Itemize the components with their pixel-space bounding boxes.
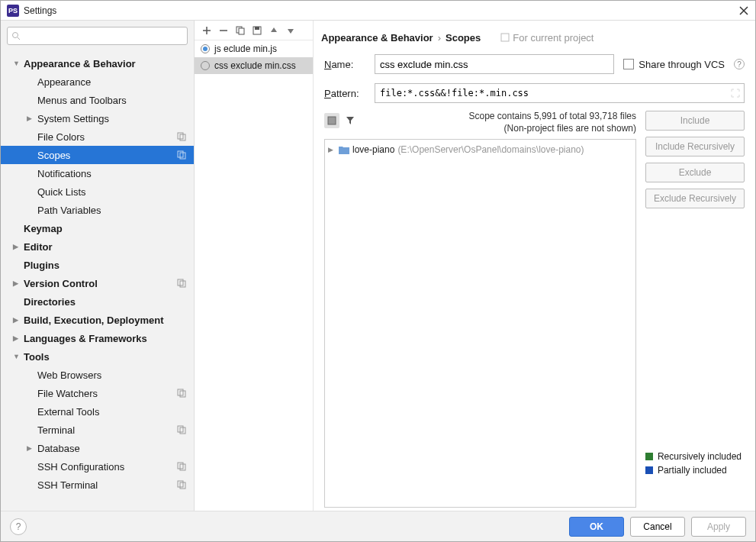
sidebar-item-label: Notifications [37, 168, 92, 179]
chevron-right-icon: ▶ [27, 115, 32, 122]
share-vcs-checkbox[interactable]: Share through VCS [623, 59, 725, 70]
scopes-panel: js eclude min.jscss exclude min.css [195, 21, 314, 511]
sidebar-item-label: System Settings [37, 113, 109, 124]
svg-rect-20 [328, 117, 336, 124]
chevron-right-icon: ▶ [13, 316, 18, 324]
sidebar-item-quick-lists[interactable]: Quick Lists [1, 182, 194, 201]
sidebar-item-label: Scopes [37, 150, 70, 161]
sidebar-item-system-settings[interactable]: ▶System Settings [1, 109, 194, 127]
pattern-input[interactable] [375, 83, 745, 103]
cancel-button[interactable]: Cancel [630, 517, 685, 537]
settings-sidebar: ▼Appearance & BehaviorAppearanceMenus an… [1, 21, 195, 511]
expand-icon[interactable] [731, 89, 740, 98]
search-icon [11, 31, 21, 40]
apply-button[interactable]: Apply [691, 517, 746, 537]
sidebar-item-file-colors[interactable]: File Colors [1, 127, 194, 146]
legend-label: Partially included [658, 465, 727, 476]
scopes-list: js eclude min.jscss exclude min.css [195, 40, 313, 511]
sidebar-item-label: File Colors [37, 131, 85, 143]
include-button[interactable]: Include [645, 111, 745, 131]
sidebar-item-plugins[interactable]: Plugins [1, 256, 194, 274]
sidebar-item-appearance[interactable]: Appearance [1, 73, 194, 91]
file-tree[interactable]: ▶ love-piano (E:\OpenServer\OsPanel\doma… [324, 139, 636, 508]
sidebar-item-label: Terminal [37, 424, 75, 436]
legend-swatch-partial [645, 466, 653, 474]
add-button[interactable] [199, 23, 214, 38]
sidebar-item-tools[interactable]: ▼Tools [1, 347, 194, 366]
project-badge-icon [177, 425, 186, 434]
sidebar-item-version-control[interactable]: ▶Version Control [1, 274, 194, 292]
sidebar-item-label: Menus and Toolbars [37, 95, 127, 106]
titlebar: PS Settings [1, 1, 755, 21]
sidebar-item-keymap[interactable]: Keymap [1, 219, 194, 237]
sidebar-item-build-execution-deployment[interactable]: ▶Build, Execution, Deployment [1, 311, 194, 329]
filter-button[interactable] [343, 113, 358, 128]
tree-root[interactable]: ▶ love-piano (E:\OpenServer\OsPanel\doma… [328, 143, 632, 156]
sidebar-item-database[interactable]: ▶Database [1, 439, 194, 457]
help-icon[interactable]: ? [734, 59, 745, 69]
project-badge-icon [177, 462, 186, 471]
sidebar-item-scopes[interactable]: Scopes [1, 146, 194, 164]
scope-list-item[interactable]: css exclude min.css [195, 57, 313, 74]
remove-button[interactable] [216, 23, 231, 38]
legend-swatch-recursive [645, 453, 653, 460]
exclude-recursively-button[interactable]: Exclude Recursively [645, 189, 745, 208]
dialog-footer: ? OK Cancel Apply [1, 511, 755, 541]
sidebar-item-appearance-behavior[interactable]: ▼Appearance & Behavior [1, 54, 194, 73]
sidebar-item-label: Languages & Frameworks [24, 333, 147, 344]
chevron-down-icon: ▼ [13, 60, 20, 67]
sidebar-item-file-watchers[interactable]: File Watchers [1, 384, 194, 402]
sidebar-item-label: SSH Terminal [37, 479, 98, 491]
pattern-label: Pattern: [324, 88, 365, 99]
chevron-right-icon: ▶ [13, 334, 18, 342]
sidebar-item-label: Tools [24, 351, 50, 363]
breadcrumb-current: Scopes [446, 32, 481, 44]
scope-stats: Scope contains 5,991 of total 93,718 fil… [358, 111, 636, 134]
sidebar-item-menus-and-toolbars[interactable]: Menus and Toolbars [1, 91, 194, 109]
scope-name-input[interactable] [375, 54, 614, 74]
app-icon: PS [7, 5, 19, 17]
sidebar-item-directories[interactable]: Directories [1, 292, 194, 311]
move-up-button[interactable] [266, 23, 281, 38]
svg-rect-19 [501, 34, 509, 41]
sidebar-item-label: Keymap [24, 223, 63, 234]
svg-rect-16 [239, 28, 244, 34]
exclude-button[interactable]: Exclude [645, 163, 745, 182]
help-button[interactable]: ? [10, 518, 27, 535]
sidebar-item-languages-frameworks[interactable]: ▶Languages & Frameworks [1, 329, 194, 347]
project-badge-icon [177, 150, 186, 160]
sidebar-item-label: Appearance & Behavior [24, 58, 136, 69]
ok-button[interactable]: OK [569, 517, 624, 537]
chevron-right-icon: ▶ [27, 444, 32, 452]
breadcrumb-parent[interactable]: Appearance & Behavior [321, 32, 433, 44]
scopes-toolbar [195, 21, 313, 40]
sidebar-item-ssh-configurations[interactable]: SSH Configurations [1, 457, 194, 476]
copy-button[interactable] [233, 23, 248, 38]
sidebar-item-label: External Tools [37, 406, 99, 418]
sidebar-item-label: Version Control [24, 278, 98, 289]
tree-toolbar [324, 111, 358, 131]
scope-label: css exclude min.css [214, 60, 296, 71]
scope-list-item[interactable]: js eclude min.js [195, 40, 313, 57]
sidebar-item-external-tools[interactable]: External Tools [1, 402, 194, 421]
sidebar-item-label: Path Variables [37, 205, 101, 216]
close-icon[interactable] [738, 5, 749, 16]
move-down-button[interactable] [283, 23, 298, 38]
sidebar-item-terminal[interactable]: Terminal [1, 421, 194, 439]
sidebar-item-label: Editor [24, 241, 53, 253]
include-recursively-button[interactable]: Include Recursively [645, 137, 745, 156]
show-files-button[interactable] [324, 113, 339, 128]
folder-name: love-piano [352, 144, 394, 155]
sidebar-item-notifications[interactable]: Notifications [1, 164, 194, 182]
legend: Recursively included Partially included [645, 450, 742, 477]
sidebar-item-ssh-terminal[interactable]: SSH Terminal [1, 476, 194, 494]
sidebar-item-editor[interactable]: ▶Editor [1, 237, 194, 256]
save-button[interactable] [249, 23, 265, 38]
sidebar-item-web-browsers[interactable]: Web Browsers [1, 366, 194, 384]
sidebar-item-path-variables[interactable]: Path Variables [1, 201, 194, 219]
svg-rect-18 [255, 27, 259, 30]
chevron-right-icon: ▶ [328, 146, 336, 153]
sidebar-item-label: SSH Configurations [37, 461, 124, 473]
settings-search-input[interactable] [7, 27, 188, 45]
window-title: Settings [24, 5, 738, 16]
